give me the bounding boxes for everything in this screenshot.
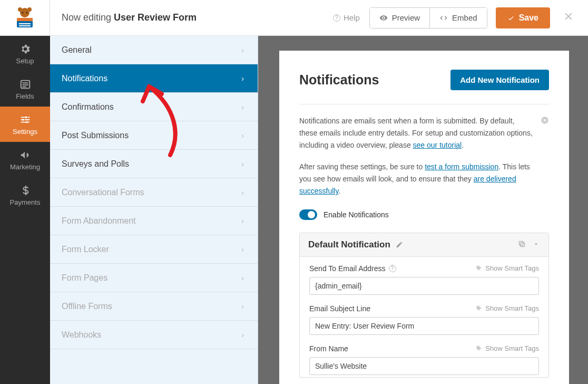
settings-item-label: Notifications [62, 74, 107, 83]
svg-rect-19 [520, 241, 524, 245]
svg-point-3 [22, 12, 24, 13]
nav-fields[interactable]: Fields [0, 71, 50, 107]
test-submission-link[interactable]: test a form submission [425, 162, 498, 171]
svg-point-9 [383, 17, 384, 18]
save-label: Save [519, 13, 538, 23]
settings-item-conversational[interactable]: Conversational Forms› [50, 178, 258, 207]
nav-label: Payments [10, 198, 41, 206]
nav-payments[interactable]: Payments [0, 177, 50, 213]
nav-setup[interactable]: Setup [0, 36, 50, 71]
chevron-right-icon: › [241, 103, 244, 111]
close-button[interactable] [558, 9, 579, 26]
settings-item-surveys[interactable]: Surveys and Polls› [50, 150, 258, 178]
settings-item-locker[interactable]: Form Locker› [50, 235, 258, 264]
settings-item-label: Form Pages [62, 273, 107, 283]
nav-label: Fields [16, 92, 34, 100]
smart-tags-button[interactable]: Show Smart Tags [475, 264, 539, 272]
enable-toggle[interactable] [299, 209, 317, 220]
chevron-right-icon: › [241, 245, 244, 254]
settings-item-offline[interactable]: Offline Forms› [50, 292, 258, 321]
notification-box: Default Notification Send To Email Addre… [299, 233, 549, 378]
close-icon [563, 11, 574, 22]
card-title: Notifications [299, 72, 379, 88]
collapse-button[interactable] [532, 240, 540, 249]
chevron-right-icon: › [241, 131, 244, 140]
svg-rect-6 [17, 18, 33, 21]
main-panel: Notifications Add New Notification Notif… [258, 36, 588, 384]
chevron-right-icon: › [241, 74, 244, 83]
smart-tags-button[interactable]: Show Smart Tags [475, 344, 539, 352]
svg-point-16 [26, 121, 28, 123]
add-notification-button[interactable]: Add New Notification [450, 70, 549, 90]
check-icon [507, 14, 515, 22]
help-button[interactable]: ? Help [324, 13, 369, 22]
preview-embed-group: Preview Embed [369, 7, 487, 28]
preview-button[interactable]: Preview [370, 8, 429, 28]
embed-button[interactable]: Embed [429, 8, 487, 28]
settings-item-label: Confirmations [62, 102, 114, 112]
top-bar: Now editing User Review Form ? Help Prev… [0, 0, 588, 36]
settings-item-notifications[interactable]: Notifications› [50, 64, 258, 93]
chevron-right-icon: › [241, 217, 244, 225]
chevron-right-icon: › [241, 302, 244, 311]
chevron-right-icon: › [241, 274, 244, 282]
settings-item-label: Conversational Forms [62, 188, 144, 197]
list-icon [19, 79, 31, 90]
smart-tags-label: Show Smart Tags [485, 264, 539, 272]
settings-item-post-submissions[interactable]: Post Submissions› [50, 121, 258, 150]
help-label: Help [344, 13, 360, 22]
field-label: From Name [309, 344, 348, 353]
megaphone-icon [19, 149, 31, 161]
tag-icon [475, 305, 482, 312]
svg-rect-7 [19, 23, 31, 24]
nav-label: Setup [16, 57, 34, 65]
pencil-icon[interactable] [396, 241, 403, 248]
settings-item-abandonment[interactable]: Form Abandonment› [50, 207, 258, 235]
svg-point-14 [25, 117, 27, 119]
settings-item-label: Webhooks [62, 330, 101, 340]
from-name-input[interactable] [309, 357, 539, 375]
tutorial-link[interactable]: see our tutorial [413, 141, 462, 149]
chevron-right-icon: › [241, 188, 244, 197]
tag-icon [475, 345, 482, 352]
svg-point-15 [22, 119, 24, 121]
nav-label: Marketing [10, 163, 40, 171]
smart-tags-label: Show Smart Tags [485, 344, 539, 352]
nav-marketing[interactable]: Marketing [0, 142, 50, 177]
settings-card: Notifications Add New Notification Notif… [279, 51, 569, 384]
chevron-right-icon: › [241, 160, 244, 168]
save-button[interactable]: Save [496, 7, 550, 28]
settings-item-confirmations[interactable]: Confirmations› [50, 93, 258, 121]
duplicate-button[interactable] [518, 240, 526, 249]
settings-item-label: Form Abandonment [62, 216, 136, 226]
toggle-label: Enable Notifications [324, 210, 389, 219]
settings-item-label: General [62, 45, 92, 55]
send-to-input[interactable] [309, 277, 539, 295]
settings-item-webhooks[interactable]: Webhooks› [50, 321, 258, 349]
close-circle-icon [541, 116, 549, 124]
settings-item-pages[interactable]: Form Pages› [50, 264, 258, 292]
settings-item-label: Surveys and Polls [62, 159, 129, 169]
settings-item-general[interactable]: General› [50, 36, 258, 64]
embed-label: Embed [452, 13, 477, 22]
code-icon [439, 14, 448, 22]
chevron-right-icon: › [241, 331, 244, 339]
svg-rect-13 [22, 87, 26, 88]
nav-settings[interactable]: Settings [0, 107, 50, 142]
smart-tags-button[interactable]: Show Smart Tags [475, 304, 539, 312]
svg-point-2 [27, 7, 32, 12]
gear-icon [19, 43, 31, 55]
help-icon[interactable]: ? [389, 265, 396, 272]
svg-rect-18 [521, 243, 525, 247]
tag-icon [475, 265, 482, 272]
dismiss-button[interactable] [541, 116, 549, 128]
svg-point-4 [26, 12, 28, 13]
subject-input[interactable] [309, 317, 539, 335]
left-nav: Setup Fields Settings Marketing Payments [0, 36, 50, 384]
logo [0, 0, 50, 35]
sliders-icon [19, 114, 31, 126]
help-icon: ? [333, 14, 340, 22]
svg-point-1 [18, 7, 22, 12]
page-title: Now editing User Review Form [50, 12, 324, 23]
svg-rect-12 [22, 84, 28, 85]
